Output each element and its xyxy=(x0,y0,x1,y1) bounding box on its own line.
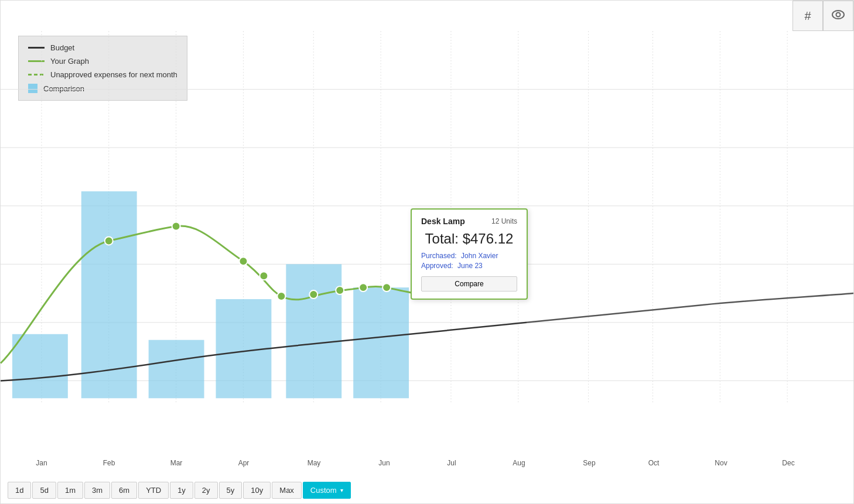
tooltip-approved-value: June 23 xyxy=(457,262,483,270)
x-label-dec: Dec xyxy=(782,459,794,467)
svg-point-26 xyxy=(105,236,113,245)
time-btn-1d[interactable]: 1d xyxy=(8,482,31,499)
x-axis: Jan Feb Mar Apr May Jun Jul Aug Sep Oct … xyxy=(1,452,853,467)
x-label-jun: Jun xyxy=(378,459,390,467)
svg-rect-20 xyxy=(12,334,68,399)
chart-tooltip: Desk Lamp 12 Units Total: $476.12 Purcha… xyxy=(411,208,528,300)
x-label-nov: Nov xyxy=(715,459,727,467)
tooltip-approved-label: Approved: xyxy=(421,262,453,270)
svg-point-27 xyxy=(172,222,180,231)
time-btn-custom[interactable]: Custom ▾ xyxy=(303,482,351,499)
custom-label: Custom xyxy=(310,486,337,495)
time-range-bar: 1d 5d 1m 3m 6m YTD 1y 2y 5y 10y Max Cust… xyxy=(8,482,351,499)
time-btn-max[interactable]: Max xyxy=(272,482,302,499)
x-label-jan: Jan xyxy=(36,459,47,467)
svg-rect-25 xyxy=(353,287,409,398)
svg-point-34 xyxy=(382,283,391,292)
eye-button[interactable] xyxy=(823,1,853,31)
x-label-feb: Feb xyxy=(103,459,115,467)
hash-button[interactable]: # xyxy=(792,1,823,31)
x-label-mar: Mar xyxy=(170,459,183,467)
tooltip-header: Desk Lamp 12 Units xyxy=(421,217,517,226)
x-label-jul: Jul xyxy=(447,459,456,467)
time-btn-1y[interactable]: 1y xyxy=(170,482,193,499)
time-btn-2y[interactable]: 2y xyxy=(194,482,218,499)
tooltip-total: Total: $476.12 xyxy=(421,231,517,247)
hash-icon: # xyxy=(804,9,811,23)
svg-point-30 xyxy=(277,292,285,300)
tooltip-units: 12 Units xyxy=(491,217,517,225)
time-btn-10y[interactable]: 10y xyxy=(243,482,271,499)
svg-rect-24 xyxy=(286,264,341,398)
svg-point-33 xyxy=(359,283,367,292)
x-label-may: May xyxy=(308,459,321,467)
svg-point-1 xyxy=(836,12,841,16)
time-btn-5d[interactable]: 5d xyxy=(32,482,56,499)
chevron-down-icon: ▾ xyxy=(340,487,343,493)
svg-point-0 xyxy=(832,11,844,19)
x-label-oct: Oct xyxy=(648,459,660,467)
compare-button[interactable]: Compare xyxy=(421,276,517,292)
tooltip-title: Desk Lamp xyxy=(421,217,465,226)
time-btn-3m[interactable]: 3m xyxy=(84,482,110,499)
time-btn-6m[interactable]: 6m xyxy=(111,482,137,499)
x-label-apr: Apr xyxy=(238,459,250,467)
tooltip-purchased-value: John Xavier xyxy=(461,252,498,260)
time-btn-5y[interactable]: 5y xyxy=(219,482,242,499)
svg-point-29 xyxy=(259,272,268,280)
tooltip-approved: Approved: June 23 xyxy=(421,262,517,270)
svg-point-31 xyxy=(309,290,317,299)
svg-point-32 xyxy=(336,286,344,294)
top-buttons: # xyxy=(792,1,853,31)
time-btn-ytd[interactable]: YTD xyxy=(138,482,169,499)
time-btn-1m[interactable]: 1m xyxy=(57,482,83,499)
tooltip-purchased-label: Purchased: xyxy=(421,252,457,260)
eye-icon xyxy=(831,9,845,23)
svg-point-28 xyxy=(239,257,247,265)
x-label-sep: Sep xyxy=(583,459,595,467)
svg-rect-22 xyxy=(149,340,204,399)
chart-container: # Budget Your Graph Unapproved expenses … xyxy=(0,0,854,504)
tooltip-purchased: Purchased: John Xavier xyxy=(421,252,517,260)
x-label-aug: Aug xyxy=(513,459,525,467)
